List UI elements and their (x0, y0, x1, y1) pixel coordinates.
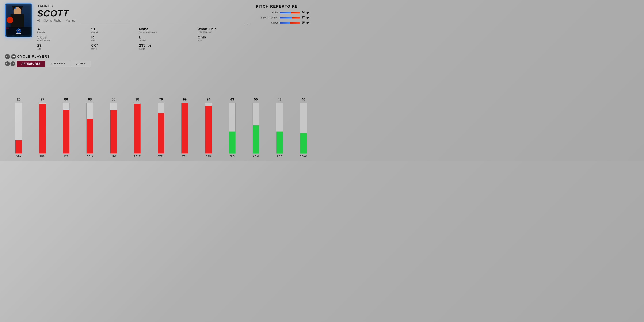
pitch-bar-blue-2 (280, 22, 290, 24)
attributes-section: 26 STA 97 H/9 86 K/9 68 BB/9 85 (5, 71, 317, 158)
attr-label-pclt: PCLT (134, 155, 141, 158)
attr-column-vel: 99 VEL (173, 98, 196, 158)
player-position: Closing Pitcher (43, 19, 62, 22)
attr-label-hr/9: HR/9 (110, 155, 116, 158)
stat-hitter-tendency: Whole Field Hitter Tendency (198, 27, 251, 34)
pitch-name-0: Slider (256, 11, 278, 14)
attr-value-ctrl: 79 (159, 98, 163, 101)
attr-bar-wrapper-hr/9 (110, 103, 117, 154)
pitch-bar-blue-1 (280, 17, 292, 18)
potential-label: Potential (37, 31, 84, 34)
bats-label: Bats (91, 39, 132, 42)
pitch-row-2: Sinker 95mph (256, 21, 317, 24)
pitch-row-0: Slider 84mph (256, 11, 317, 14)
attr-label-h/9: H/9 (40, 155, 44, 158)
attr-bar-fill-hr/9 (110, 110, 117, 153)
tab-mlb-stats[interactable]: MLB STATS (46, 61, 70, 67)
attr-label-reac: REAC (300, 155, 307, 158)
tab-attributes[interactable]: ATTRIBUTES (16, 61, 45, 67)
potential-value: A (37, 27, 84, 31)
divider: × × × (37, 24, 251, 24)
attr-label-k/9: K/9 (64, 155, 68, 158)
age-value: 29 (37, 44, 84, 48)
tab-quirks[interactable]: QUIRKS (71, 61, 91, 67)
badge-l1[interactable]: L1 (5, 61, 10, 66)
attr-bar-fill-fld (229, 132, 236, 153)
card-cp-badge: TANNER SCOTT CP R/L (13, 34, 24, 36)
attr-value-arm: 55 (254, 98, 258, 101)
player-rating: 66 (37, 19, 40, 22)
attr-column-acc: 43 ACC (268, 98, 292, 158)
badge-r1[interactable]: R1 (10, 61, 15, 66)
throws-value: L (139, 35, 191, 39)
top-section: TOPPS (5, 4, 317, 50)
cycle-players-section: L2 R2 CYCLE PLAYERS (5, 54, 317, 59)
badge-r2[interactable]: R2 (11, 54, 16, 59)
stat-potential: A Potential (37, 27, 84, 34)
secondary-pos-label: Secondary Position (139, 31, 191, 34)
height-value: 6'0'' (91, 44, 132, 48)
pitch-rows: Slider 84mph 4-Seam Fastball 97mph Sinke… (256, 11, 317, 24)
attr-bar-fill-bb/9 (86, 119, 93, 153)
attr-bar-wrapper-sta (15, 103, 22, 154)
main-container: TOPPS (0, 0, 322, 161)
attr-column-arm: 55 ARM (244, 98, 268, 158)
attr-column-sta: 26 STA (7, 98, 30, 158)
player-team: Marlins (66, 19, 75, 22)
pitch-bar-red-0 (291, 12, 300, 14)
marlins-logo-icon: M (16, 28, 21, 33)
player-first-name: TANNER (37, 4, 251, 8)
cycle-players-title: CYCLE PLAYERS (17, 54, 50, 58)
attr-bar-wrapper-h/9 (39, 103, 46, 154)
attr-label-ctrl: CTRL (158, 155, 164, 158)
pitch-mph-1: 97mph (302, 16, 310, 19)
overall-label: Overall (91, 31, 132, 34)
attr-bar-wrapper-pclt (134, 103, 141, 154)
attr-label-arm: ARM (253, 155, 259, 158)
pitch-row-1: 4-Seam Fastball 97mph (256, 16, 317, 19)
attr-column-brk: 94 BRK (196, 98, 220, 158)
attr-bar-fill-reac (300, 133, 306, 153)
overall-value: 91 (91, 27, 132, 31)
attr-value-sta: 26 (17, 98, 20, 101)
mlb-service-label: MLB® Service (37, 39, 84, 42)
attr-column-k/9: 86 K/9 (54, 98, 78, 158)
player-subtitle: 66 Closing Pitcher Marlins (37, 19, 251, 22)
attr-column-pclt: 98 PCLT (126, 98, 149, 158)
attr-bar-fill-sta (16, 140, 22, 153)
pitch-repertoire: PITCH REPERTOIRE Slider 84mph 4-Seam Fas… (256, 4, 317, 26)
pitch-name-2: Sinker (256, 21, 278, 24)
pitch-bar-2 (280, 22, 300, 24)
attr-value-h/9: 97 (40, 98, 44, 101)
pitch-mph-0: 84mph (302, 11, 310, 14)
card-bottom: M SCOTT TANNER SCOTT CP R/L (6, 27, 32, 37)
attr-bar-wrapper-vel (181, 103, 188, 154)
attr-bar-wrapper-fld (229, 103, 236, 154)
attr-column-bb/9: 68 BB/9 (78, 98, 102, 158)
attr-label-sta: STA (16, 155, 21, 158)
mlb-service-value: 5.059 (37, 35, 84, 39)
pitch-bar-1 (280, 17, 300, 18)
pitch-repertoire-title: PITCH REPERTOIRE (256, 4, 317, 9)
attr-bar-wrapper-arm (252, 103, 259, 154)
hitter-tendency-value: Whole Field (198, 27, 251, 31)
attr-label-acc: ACC (277, 155, 282, 158)
stat-born: Ohio Born (198, 35, 251, 42)
attr-bar-wrapper-brk (205, 103, 212, 154)
weight-label: Weight (139, 48, 191, 50)
attr-bar-wrapper-acc (276, 103, 283, 154)
tabs-container: ATTRIBUTESMLB STATSQUIRKS (16, 61, 91, 67)
badge-l2[interactable]: L2 (5, 54, 10, 59)
attr-bar-fill-pclt (134, 104, 140, 153)
attr-value-k/9: 86 (64, 98, 68, 101)
attr-bar-fill-brk (205, 106, 212, 153)
attr-label-fld: FLD (230, 155, 235, 158)
born-label: Born (198, 39, 251, 42)
pitch-bar-0 (280, 12, 300, 14)
attr-bar-fill-arm (253, 126, 259, 153)
throws-label: Throws (139, 39, 191, 42)
player-info: TANNER SCOTT 66 Closing Pitcher Marlins … (37, 4, 251, 50)
pitch-mph-2: 95mph (302, 21, 310, 24)
stat-weight: 235 lbs Weight (139, 44, 191, 50)
attr-bar-fill-h/9 (39, 104, 46, 153)
